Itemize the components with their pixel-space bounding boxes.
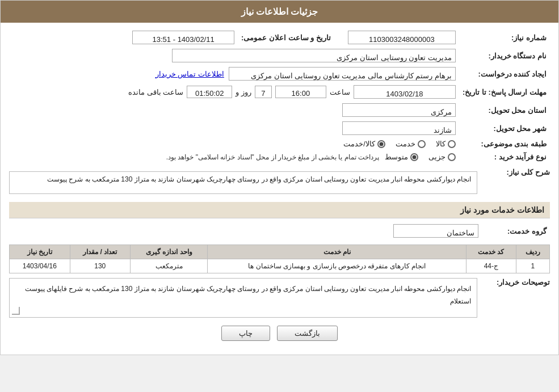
cell-0: 1 — [516, 259, 549, 273]
col-nam: نام خدمت — [208, 245, 466, 259]
ijad-kanandeh-label: ایجاد کننده درخواست: — [459, 65, 550, 83]
table-row: 1ج-44انجام کارهای متفرقه درخصوص بازسازی … — [10, 259, 550, 273]
page-title: جزئیات اطلاعات نیاز — [1, 1, 558, 23]
col-kod: کد خدمت — [466, 245, 516, 259]
group-value: ساختمان — [393, 224, 478, 238]
mohlat-roz-value: 7 — [255, 86, 272, 98]
farayand-motavaset-label: متوسط — [385, 153, 408, 161]
mohlat-saat-value: 16:00 — [275, 86, 326, 98]
tabaghe-khedmat[interactable]: خدمت — [396, 140, 426, 148]
shahr-value: شازند — [342, 121, 456, 135]
col-tarikh: تاریخ نیاز — [10, 245, 70, 259]
cell-2: انجام کارهای متفرقه درخصوص بازسازی و بهس… — [208, 259, 466, 273]
cell-4: 130 — [70, 259, 130, 273]
mohlat-saat-label: ساعت — [330, 88, 350, 96]
tabaghe-kala-khedmat-label: کالا/خدمت — [343, 140, 375, 148]
noe-farayand-label: نوع فرآیند خرید : — [459, 150, 550, 163]
shomare-niaz-value: 1103003248000003 — [348, 31, 456, 44]
tabaghe-kala[interactable]: کالا — [436, 140, 456, 148]
buttons-row: بازگشت چاپ — [9, 326, 550, 341]
col-radif: ردیف — [516, 245, 549, 259]
farayand-motavaset[interactable]: متوسط — [385, 153, 418, 161]
services-table: ردیف کد خدمت نام خدمت واحد اندازه گیری ت… — [9, 245, 550, 273]
cell-5: 1403/04/16 — [10, 259, 70, 273]
sharh-label: شرح کلی نیاز: — [482, 168, 550, 176]
group-label: گروه خدمت: — [482, 222, 550, 240]
back-button[interactable]: بازگشت — [277, 326, 338, 341]
tarikh-label: تاریخ و ساعت اعلان عمومی: — [238, 28, 334, 47]
mohlat-label: مهلت ارسال پاسخ: تا تاریخ: — [459, 83, 550, 101]
nam-dastgah-label: نام دستگاه خریدار: — [459, 47, 550, 65]
radio-motavaset-icon — [410, 153, 418, 161]
col-tedad: تعداد / مقدار — [70, 245, 130, 259]
mohlat-mande-label: ساعت باقی مانده — [128, 88, 183, 96]
description-label: توصیحات خریدار: — [482, 278, 550, 286]
col-vahed: واحد اندازه گیری — [131, 245, 208, 259]
tabaghe-kala-khedmat[interactable]: کالا/خدمت — [343, 140, 385, 148]
tabaghe-label: طبقه بندی موضوعی: — [459, 137, 550, 150]
shomare-niaz-label: شماره نیاز: — [459, 28, 550, 47]
ostan-label: استان محل تحویل: — [459, 101, 550, 119]
cell-3: مترمکعب — [131, 259, 208, 273]
ijad-kanandeh-link[interactable]: اطلاعات تماس خریدار — [155, 70, 224, 78]
tarikh-value: 1403/02/11 - 13:51 — [132, 31, 234, 44]
tabaghe-khedmat-label: خدمت — [396, 140, 415, 148]
farayand-jozi[interactable]: جزیی — [428, 153, 456, 161]
sharh-value: انجام دیوارکشی محوطه انبار مدیریت تعاون … — [9, 171, 477, 194]
mohlat-date: 1403/02/18 — [354, 85, 456, 99]
radio-kala-khedmat-icon — [377, 140, 385, 148]
radio-khedmat-icon — [418, 140, 426, 148]
farayand-note: پرداخت تمام یا بخشی از مبلغ خریدار از مح… — [166, 153, 379, 161]
radio-jozi-icon — [448, 153, 456, 161]
description-text: انجام دیوارکشی محوطه انبار مدیریت تعاون … — [9, 278, 477, 318]
mohlat-roz-label: روز و — [236, 88, 251, 96]
mohlat-mande-value: 01:50:02 — [187, 86, 232, 98]
shahr-label: شهر محل تحویل: — [459, 119, 550, 137]
services-section-title: اطلاعات خدمات مورد نیاز — [9, 202, 550, 218]
radio-kala-icon — [448, 140, 456, 148]
ijad-kanandeh-value: برهام رستم کارشناس مالی مدیریت تعاون روس… — [229, 67, 456, 81]
nam-dastgah-value: مدیریت تعاون روستایی استان مرکزی — [172, 49, 456, 62]
ostan-value: مرکزی — [342, 103, 456, 117]
tabaghe-kala-label: کالا — [436, 140, 445, 148]
farayand-jozi-label: جزیی — [428, 153, 445, 161]
cell-1: ج-44 — [466, 259, 516, 273]
print-button[interactable]: چاپ — [221, 326, 270, 341]
